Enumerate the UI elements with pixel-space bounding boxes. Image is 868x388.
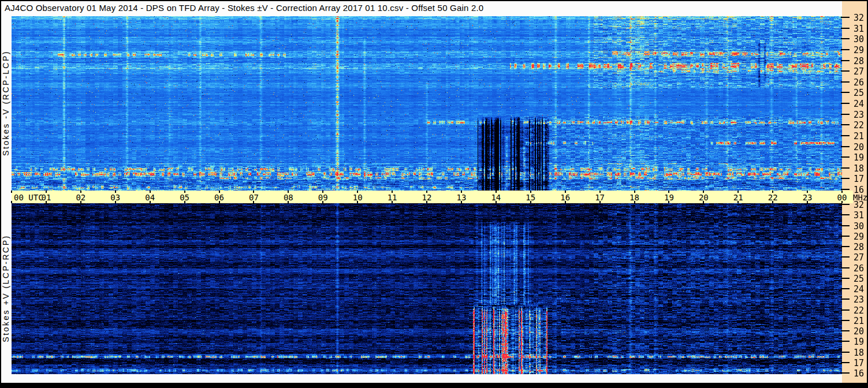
- frequency-tick: [841, 246, 850, 247]
- frequency-tick: [841, 146, 850, 147]
- frequency-tick: [841, 309, 850, 311]
- frequency-tick: [841, 214, 850, 215]
- frequency-label: 21: [850, 316, 867, 325]
- hour-label: 14: [486, 193, 506, 202]
- frequency-label: 23: [850, 294, 867, 304]
- app-window: AJ4CO Observatory 01 May 2014 - DPS on T…: [0, 0, 868, 388]
- frequency-tick: [841, 70, 850, 72]
- hour-label: 05: [175, 193, 195, 202]
- frequency-label: 19: [850, 337, 867, 346]
- frequency-label: 16: [850, 368, 867, 378]
- frequency-tick: [841, 81, 850, 83]
- hour-label: 08: [278, 193, 298, 202]
- frequency-tick: [841, 38, 850, 39]
- frequency-label: 24: [850, 99, 867, 108]
- hour-label: 21: [728, 193, 748, 202]
- hour-label: 23: [798, 193, 817, 202]
- frequency-tick: [841, 288, 850, 289]
- spectrogram-stokes-negative-v: [12, 16, 842, 191]
- frequency-tick: [841, 103, 850, 104]
- hour-label: 16: [556, 193, 575, 202]
- frequency-tick: [841, 236, 850, 237]
- frequency-label: 18: [850, 348, 867, 357]
- y-axis-label-bottom: Stokes +V (LCP-RCP): [1, 202, 12, 375]
- hour-label: 19: [659, 193, 679, 202]
- frequency-label: 31: [850, 210, 867, 219]
- frequency-label: 19: [850, 152, 867, 162]
- frequency-tick: [841, 278, 850, 279]
- frequency-label: 24: [850, 284, 867, 293]
- frequency-tick: [841, 330, 850, 331]
- frequency-tick: [841, 114, 850, 115]
- frequency-unit-label: MHz: [853, 193, 867, 202]
- frequency-label: 28: [850, 56, 867, 65]
- hour-label: 07: [244, 193, 263, 202]
- time-axis: 00 UTC0102030405060708091011121314151617…: [12, 191, 853, 203]
- frequency-tick: [841, 60, 850, 61]
- frequency-label: 26: [850, 77, 867, 87]
- frequency-label: 17: [850, 358, 867, 367]
- hour-label: 17: [590, 193, 610, 202]
- frequency-tick: [841, 28, 850, 29]
- frequency-tick: [841, 178, 850, 179]
- frequency-tick: [841, 225, 850, 226]
- hour-label: 01: [36, 193, 56, 202]
- hour-label: 04: [140, 193, 160, 202]
- hour-label: 15: [521, 193, 541, 202]
- frequency-label: 20: [850, 142, 867, 151]
- hour-label: 20: [694, 193, 713, 202]
- frequency-label: 17: [850, 174, 867, 183]
- hour-label: 18: [625, 193, 645, 202]
- frequency-tick: [841, 372, 850, 374]
- frequency-label: 22: [850, 305, 867, 315]
- hour-label: 00: [832, 193, 852, 202]
- frequency-tick: [841, 267, 850, 268]
- frequency-label: 20: [850, 326, 867, 335]
- frequency-tick: [841, 204, 850, 205]
- frequency-tick: [841, 299, 850, 300]
- frequency-label: 29: [850, 45, 867, 54]
- frequency-tick: [841, 92, 850, 93]
- hour-tick: [11, 191, 12, 193]
- hour-label: 10: [348, 193, 367, 202]
- y-axis-label-top: Stokes -V (RCP-LCP): [1, 17, 12, 190]
- frequency-label: 25: [850, 274, 867, 283]
- hour-label: 11: [382, 193, 402, 202]
- frequency-label: 27: [850, 252, 867, 262]
- hour-label: 06: [210, 193, 229, 202]
- page-title: AJ4CO Observatory 01 May 2014 - DPS on T…: [5, 2, 483, 14]
- frequency-tick: [841, 49, 850, 50]
- hour-label: 02: [71, 193, 91, 202]
- frequency-tick: [841, 156, 850, 158]
- frequency-tick: [841, 320, 850, 321]
- frequency-label: 27: [850, 66, 867, 76]
- frequency-label: 18: [850, 163, 867, 173]
- frequency-tick: [841, 189, 850, 190]
- frequency-label: 21: [850, 131, 867, 140]
- frequency-tick: [841, 135, 850, 136]
- frequency-tick: [841, 362, 850, 363]
- frequency-tick: [841, 167, 850, 169]
- hour-tick: [11, 201, 12, 203]
- frequency-label: 30: [850, 34, 867, 43]
- hour-label: 22: [763, 193, 783, 202]
- hour-label: 09: [313, 193, 333, 202]
- hour-label: 03: [106, 193, 125, 202]
- hour-label: 13: [452, 193, 471, 202]
- frequency-label: 22: [850, 120, 867, 129]
- frequency-tick: [841, 124, 850, 125]
- frequency-tick: [841, 352, 850, 353]
- hour-label: 12: [417, 193, 437, 202]
- frequency-label: 29: [850, 232, 867, 241]
- frequency-label: 23: [850, 110, 867, 119]
- frequency-label: 30: [850, 221, 867, 230]
- frequency-label: 25: [850, 88, 867, 97]
- frequency-tick: [841, 256, 850, 258]
- frequency-label: 26: [850, 263, 867, 273]
- spectrogram-stokes-positive-v: [12, 203, 842, 374]
- frequency-label: 32: [850, 13, 867, 22]
- frequency-tick: [841, 17, 850, 18]
- frequency-label: 28: [850, 242, 867, 251]
- frequency-tick: [841, 341, 850, 342]
- frequency-label: 31: [850, 24, 867, 33]
